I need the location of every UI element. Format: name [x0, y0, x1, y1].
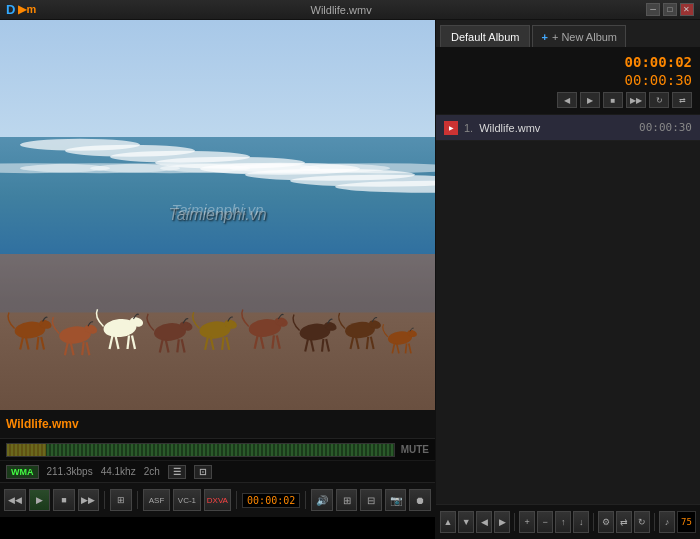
file-title: Wildlife.wmv [6, 417, 79, 431]
mute-label: MUTE [401, 444, 429, 455]
playlist-play-btn[interactable]: ▶ [580, 92, 600, 108]
titlebar: D ▶m Wildlife.wmv ─ □ ✕ [0, 0, 700, 20]
bitrate-text: 211.3kbps [47, 466, 93, 477]
codec-badge-3: ☰ [168, 465, 186, 479]
video-canvas [0, 20, 435, 410]
audio-info-bar: WMA 211.3kbps 44.1khz 2ch ☰ ⊡ [0, 460, 435, 482]
vc1-button[interactable]: VC-1 [173, 489, 200, 511]
time-display-ctrl: 00:00:02 [242, 493, 300, 508]
rc-left-btn[interactable]: ◀ [476, 511, 492, 533]
rc-move-up-btn[interactable]: ↑ [555, 511, 571, 533]
close-button[interactable]: ✕ [680, 3, 694, 16]
play-button[interactable]: ▶ [29, 489, 51, 511]
separator-1 [104, 491, 105, 509]
new-album-label: + New Album [552, 31, 617, 43]
playlist-prev-btn[interactable]: ◀ [557, 92, 577, 108]
window-controls: ─ □ ✕ [646, 3, 694, 16]
rc-remove-btn[interactable]: − [537, 511, 553, 533]
item-number: 1. [464, 122, 473, 134]
next-button[interactable]: ▶▶ [78, 489, 100, 511]
right-panel: Default Album + + New Album 00:00:02 00:… [435, 20, 700, 539]
waveform-visual[interactable] [6, 443, 395, 457]
rc-sep-1 [514, 513, 515, 531]
rc-sep-2 [593, 513, 594, 531]
capture-button[interactable]: 📷 [385, 489, 407, 511]
rc-add-btn[interactable]: + [519, 511, 535, 533]
separator-2 [137, 491, 138, 509]
maximize-button[interactable]: □ [663, 3, 677, 16]
playlist-stop-btn[interactable]: ■ [603, 92, 623, 108]
waveform-progress [7, 444, 46, 456]
time-section: 00:00:02 00:00:30 ◀ ▶ ■ ▶▶ ↻ ⇄ [436, 48, 700, 115]
speaker-button[interactable]: 🔊 [311, 489, 333, 511]
prev-button[interactable]: ◀◀ [4, 489, 26, 511]
right-controls: ▲ ▼ ◀ ▶ + − ↑ ↓ ⚙ ⇄ ↻ ♪ 75 [436, 504, 700, 539]
rc-down-btn[interactable]: ▼ [458, 511, 474, 533]
zoom-button[interactable]: ⊞ [336, 489, 358, 511]
current-time: 00:00:02 [625, 54, 692, 70]
item-duration: 00:00:30 [639, 121, 692, 134]
samplerate-text: 44.1khz [101, 466, 136, 477]
playlist-repeat-btn[interactable]: ↻ [649, 92, 669, 108]
rc-right-btn[interactable]: ▶ [494, 511, 510, 533]
dxva-button[interactable]: DXVA [204, 489, 231, 511]
total-time: 00:00:30 [625, 72, 692, 88]
rc-vol-label: 75 [677, 511, 696, 533]
rc-vol-icon[interactable]: ♪ [659, 511, 675, 533]
logo-dm: ▶m [18, 3, 36, 16]
codec-wma-badge: WMA [6, 465, 39, 479]
item-name: Wildlife.wmv [479, 122, 633, 134]
rc-repeat-btn[interactable]: ↻ [634, 511, 650, 533]
stop-button[interactable]: ■ [53, 489, 75, 511]
record-button[interactable]: ⏺ [409, 489, 431, 511]
separator-3 [236, 491, 237, 509]
new-album-plus-icon: + [541, 31, 547, 43]
logo-d: D [6, 2, 15, 17]
controls-bar: ◀◀ ▶ ■ ▶▶ ⊞ ASF VC-1 DXVA 00:00:02 🔊 ⊞ ⊟… [0, 482, 435, 517]
rc-move-down-btn[interactable]: ↓ [573, 511, 589, 533]
left-panel: Taimienphi.vn Wildlife.wmv MUTE WMA 211.… [0, 20, 435, 539]
window-title: Wildlife.wmv [311, 4, 372, 16]
codec-badge-4: ⊡ [194, 465, 212, 479]
playlist-shuffle-btn[interactable]: ⇄ [672, 92, 692, 108]
rc-shuffle-btn[interactable]: ⇄ [616, 511, 632, 533]
item-video-icon: ▶ [444, 121, 458, 135]
minimize-button[interactable]: ─ [646, 3, 660, 16]
album-tabs: Default Album + + New Album [436, 20, 700, 48]
titlebar-left: D ▶m [6, 2, 36, 17]
rc-sep-3 [654, 513, 655, 531]
playlist: ▶ 1. Wildlife.wmv 00:00:30 [436, 115, 700, 504]
rc-up-btn[interactable]: ▲ [440, 511, 456, 533]
separator-4 [305, 491, 306, 509]
video-area[interactable]: Taimienphi.vn [0, 20, 435, 410]
aspect-button[interactable]: ⊟ [360, 489, 382, 511]
rc-settings-btn[interactable]: ⚙ [598, 511, 614, 533]
waveform-bar: MUTE [0, 438, 435, 460]
asf-button[interactable]: ASF [143, 489, 170, 511]
tab-new-album[interactable]: + + New Album [532, 25, 626, 47]
playlist-next-btn[interactable]: ▶▶ [626, 92, 646, 108]
app-logo: D ▶m [6, 2, 36, 17]
tab-default-album[interactable]: Default Album [440, 25, 530, 47]
open-button[interactable]: ⊞ [110, 489, 132, 511]
main-layout: Taimienphi.vn Wildlife.wmv MUTE WMA 211.… [0, 20, 700, 539]
playlist-item[interactable]: ▶ 1. Wildlife.wmv 00:00:30 [436, 115, 700, 141]
channels-text: 2ch [144, 466, 160, 477]
info-bar: Wildlife.wmv [0, 410, 435, 438]
